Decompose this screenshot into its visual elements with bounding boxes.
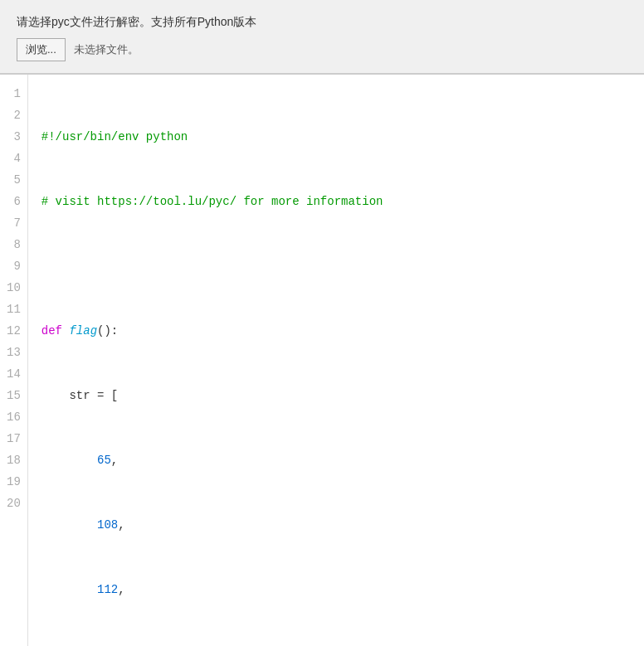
- top-bar: 请选择pyc文件进行解密。支持所有Python版本 浏览... 未选择文件。: [0, 0, 644, 74]
- code-line-7: 108,: [41, 514, 644, 536]
- file-status: 未选择文件。: [74, 42, 139, 57]
- code-line-6: 65,: [41, 449, 644, 471]
- code-line-3: [41, 255, 644, 277]
- code-area: 1 2 3 4 5 6 7 8 9 10 11 12 13 14 15 16 1…: [0, 74, 644, 646]
- code-content: #!/usr/bin/env python # visit https://to…: [28, 75, 644, 646]
- browse-button[interactable]: 浏览...: [17, 38, 66, 61]
- file-selector: 浏览... 未选择文件。: [17, 38, 627, 61]
- code-line-8: 112,: [41, 579, 644, 600]
- code-line-2: # visit https://tool.lu/pyc/ for more in…: [41, 191, 644, 212]
- line-numbers: 1 2 3 4 5 6 7 8 9 10 11 12 13 14 15 16 1…: [0, 75, 28, 646]
- description-text: 请选择pyc文件进行解密。支持所有Python版本: [17, 15, 627, 30]
- code-line-1: #!/usr/bin/env python: [41, 126, 644, 148]
- code-line-5: str = [: [41, 385, 644, 406]
- code-line-4: def flag():: [41, 320, 644, 342]
